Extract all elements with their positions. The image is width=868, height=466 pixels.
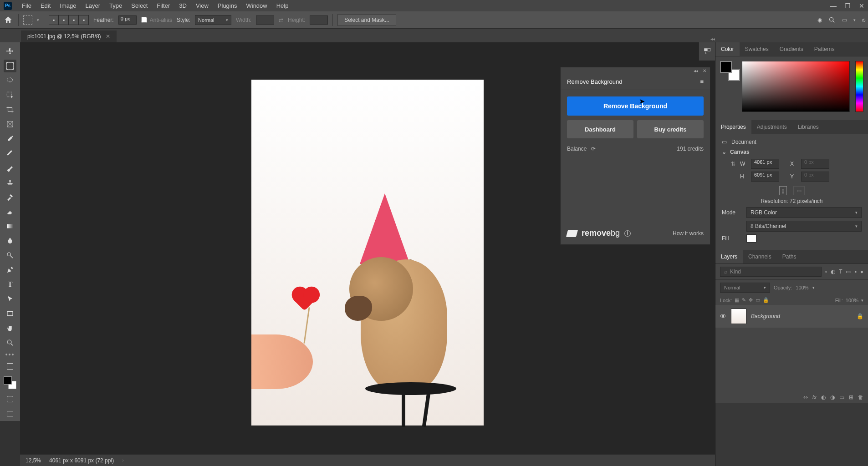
zoom-tool-icon[interactable] — [4, 336, 16, 349]
menu-3d[interactable]: 3D — [174, 2, 191, 9]
gradient-tool-icon[interactable] — [4, 220, 16, 233]
blend-mode-select[interactable]: Normal▾ — [720, 283, 770, 293]
panel-close-icon[interactable]: ✕ — [703, 68, 706, 73]
dodge-tool-icon[interactable] — [4, 249, 16, 262]
filter-image-icon[interactable]: ▫ — [825, 268, 827, 275]
brush-tool-icon[interactable] — [4, 162, 16, 174]
tab-swatches[interactable]: Swatches — [740, 42, 774, 56]
window-restore-icon[interactable]: ❐ — [845, 2, 851, 10]
window-minimize-icon[interactable]: — — [830, 2, 837, 10]
link-icon[interactable]: ⇅ — [731, 161, 735, 167]
tool-preset-icon[interactable] — [23, 15, 32, 25]
adjustment-layer-icon[interactable]: ◑ — [830, 394, 835, 400]
selection-new-icon[interactable]: ▪ — [49, 15, 59, 25]
hand-tool-icon[interactable] — [4, 322, 16, 334]
eyedropper-tool-icon[interactable] — [4, 132, 16, 145]
layer-thumbnail[interactable] — [731, 309, 746, 324]
dock-strip[interactable] — [699, 42, 715, 61]
menu-select[interactable]: Select — [127, 2, 152, 9]
history-icon[interactable] — [703, 47, 711, 56]
tab-color[interactable]: Color — [715, 42, 740, 56]
panel-menu-icon[interactable]: ≡ — [700, 78, 704, 85]
mode-select[interactable]: RGB Color▾ — [746, 207, 862, 218]
layer-row[interactable]: 👁 Background 🔒 — [715, 305, 868, 328]
lock-nest-icon[interactable]: ▭ — [756, 297, 760, 303]
menu-filter[interactable]: Filter — [152, 2, 174, 9]
screen-mode-icon[interactable] — [4, 407, 16, 420]
collapse-panels-icon[interactable]: ◂◂ — [710, 36, 715, 41]
workspace-icon[interactable]: ▭ — [842, 17, 847, 23]
info-icon[interactable]: i — [624, 230, 631, 237]
foreground-background-colors[interactable] — [4, 376, 16, 389]
delete-layer-icon[interactable]: 🗑 — [858, 394, 863, 400]
lasso-tool-icon[interactable] — [4, 74, 16, 87]
tab-patterns[interactable]: Patterns — [809, 42, 840, 56]
filter-adjust-icon[interactable]: ◐ — [831, 268, 835, 275]
menu-help[interactable]: Help — [272, 2, 293, 9]
app-logo[interactable]: Ps — [4, 2, 12, 10]
edit-3d-icon[interactable] — [4, 360, 16, 373]
pen-tool-icon[interactable] — [4, 263, 16, 276]
filter-smart-icon[interactable]: ▪ — [854, 268, 856, 275]
lock-artboard-icon[interactable]: ✥ — [749, 297, 753, 303]
tab-paths[interactable]: Paths — [777, 250, 802, 263]
layer-name[interactable]: Background — [751, 313, 780, 319]
fill-swatch[interactable] — [746, 234, 756, 243]
tab-layers[interactable]: Layers — [715, 250, 743, 263]
orientation-portrait-icon[interactable]: ▯ — [779, 186, 787, 195]
selection-intersect-icon[interactable]: ▪ — [79, 15, 89, 25]
feather-input[interactable]: 0 px — [118, 15, 137, 25]
menu-window[interactable]: Window — [241, 2, 271, 9]
menu-edit[interactable]: Edit — [36, 2, 55, 9]
menu-type[interactable]: Type — [105, 2, 127, 9]
path-select-tool-icon[interactable] — [4, 293, 16, 305]
history-brush-tool-icon[interactable] — [4, 191, 16, 203]
refresh-icon[interactable]: ⟳ — [591, 146, 596, 152]
filter-toggle-icon[interactable]: ● — [860, 268, 863, 275]
new-layer-icon[interactable]: ⊞ — [849, 394, 853, 400]
lock-icon[interactable]: 🔒 — [857, 313, 863, 319]
menu-layer[interactable]: Layer — [81, 2, 105, 9]
tab-properties[interactable]: Properties — [715, 120, 751, 134]
layer-filter-select[interactable]: ⌕ Kind — [720, 267, 822, 277]
selection-subtract-icon[interactable]: ▪ — [69, 15, 79, 25]
dashboard-button[interactable]: Dashboard — [567, 120, 633, 138]
lock-pixels-icon[interactable]: ▦ — [735, 297, 739, 303]
buy-credits-button[interactable]: Buy credits — [637, 120, 704, 138]
window-close-icon[interactable]: ✕ — [859, 2, 864, 10]
panel-collapse-icon[interactable]: ◂◂ — [694, 68, 698, 73]
height-value[interactable]: 6091 px — [751, 172, 779, 182]
cloud-sync-icon[interactable]: ◉ — [817, 17, 822, 23]
select-and-mask-button[interactable]: Select and Mask... — [337, 14, 396, 26]
opacity-value[interactable]: 100% — [796, 285, 808, 290]
swap-icon[interactable]: ⇄ — [279, 17, 283, 23]
edit-toolbar-icon[interactable]: ••• — [5, 351, 15, 358]
lock-all-icon[interactable]: 🔒 — [763, 297, 769, 303]
rectangle-tool-icon[interactable] — [4, 307, 16, 320]
search-icon[interactable] — [828, 16, 836, 24]
chevron-down-icon[interactable]: ▾ — [37, 18, 39, 22]
zoom-level[interactable]: 12,5% — [26, 457, 41, 464]
object-select-tool-icon[interactable] — [4, 89, 16, 101]
chevron-down-icon[interactable]: ⌄ — [722, 149, 726, 155]
chevron-down-icon[interactable]: ▾ — [853, 18, 856, 22]
menu-plugins[interactable]: Plugins — [213, 2, 242, 9]
type-tool-icon[interactable]: T — [4, 278, 16, 291]
share-icon[interactable]: ⎋ — [862, 17, 865, 23]
visibility-icon[interactable]: 👁 — [720, 313, 726, 320]
menu-image[interactable]: Image — [55, 2, 81, 9]
healing-brush-tool-icon[interactable] — [4, 147, 16, 160]
fill-value[interactable]: 100% — [846, 298, 858, 303]
frame-tool-icon[interactable] — [4, 118, 16, 131]
orientation-landscape-icon[interactable]: ▭ — [793, 186, 805, 195]
lock-position-icon[interactable]: ✎ — [742, 297, 746, 303]
eraser-tool-icon[interactable] — [4, 205, 16, 218]
layer-fx-icon[interactable]: fx — [812, 394, 817, 400]
tab-channels[interactable]: Channels — [743, 250, 777, 263]
tab-libraries[interactable]: Libraries — [792, 120, 824, 134]
remove-background-button[interactable]: Remove Background — [567, 96, 704, 116]
filter-shape-icon[interactable]: ▭ — [846, 268, 851, 275]
crop-tool-icon[interactable] — [4, 103, 16, 116]
home-icon[interactable] — [3, 15, 14, 25]
filter-type-icon[interactable]: T — [839, 268, 842, 275]
